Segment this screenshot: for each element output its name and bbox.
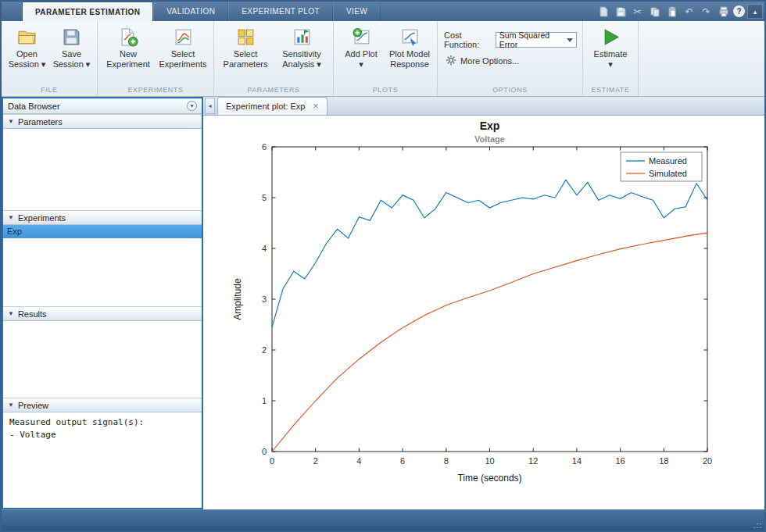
section-header-results[interactable]: ▼ Results [3,306,202,321]
help-icon[interactable]: ? [733,5,745,17]
cost-function-value: Sum Squared Error [499,30,567,49]
collapse-triangle-icon: ▼ [8,214,14,221]
status-bar: .:: [2,509,764,530]
gear-icon [446,55,456,67]
print-icon[interactable] [716,4,731,19]
section-header-experiments[interactable]: ▼ Experiments [3,210,202,225]
toolstrip-tab-bar: PARAMETER ESTIMATION VALIDATION EXPERIME… [2,2,764,21]
copy-icon[interactable] [647,4,662,19]
section-header-preview[interactable]: ▼ Preview [3,398,202,412]
save-icon[interactable] [613,4,628,19]
experiment-plot-chart: 024681012141618200123456ExpVoltageTime (… [203,116,764,509]
data-browser-header: Data Browser ▾ [3,98,202,114]
sensitivity-analysis-label: Sensitivity Analysis ▾ [282,49,321,70]
document-area: ◂ Experiment plot: Exp × 024681012141618… [203,97,764,509]
svg-text:0: 0 [270,456,274,466]
svg-text:18: 18 [659,456,668,466]
svg-text:2: 2 [313,456,318,466]
parameters-list [3,129,202,210]
ribbon-group-experiments-label: EXPERIMENTS [98,84,213,96]
section-label-results: Results [18,309,47,319]
svg-text:10: 10 [485,456,494,466]
select-experiments-label: Select Experiments [159,49,206,70]
new-experiment-button[interactable]: New Experiment [101,23,156,72]
svg-text:3: 3 [262,295,267,304]
experiments-list: Exp [3,225,202,306]
svg-text:4: 4 [262,244,267,253]
ribbon-group-plots-label: PLOTS [334,84,437,96]
section-label-experiments: Experiments [18,213,66,223]
panel-menu-icon[interactable]: ▾ [187,101,197,111]
new-experiment-label: New Experiment [106,49,150,70]
select-parameters-label: Select Parameters [224,49,268,70]
open-session-button[interactable]: Open Session ▾ [5,23,49,72]
more-options-label: More Options... [460,56,519,66]
ribbon-group-file: Open Session ▾ Save Session ▾ FILE [2,21,98,96]
collapse-browser-button[interactable]: ◂ [205,98,215,114]
new-document-icon[interactable] [596,4,610,19]
close-tab-icon[interactable]: × [313,102,319,111]
data-browser-title: Data Browser [8,102,60,111]
save-session-label: Save Session ▾ [53,49,91,70]
new-experiment-icon [119,27,138,47]
more-options-button[interactable]: More Options... [446,55,519,67]
tab-experiment-plot[interactable]: EXPERIMENT PLOT [228,2,333,21]
tab-view[interactable]: VIEW [333,2,381,21]
section-label-parameters: Parameters [18,117,63,127]
collapse-triangle-icon: ▼ [8,118,14,125]
svg-text:Amplitude: Amplitude [232,278,243,320]
svg-text:16: 16 [615,456,625,466]
estimate-play-icon [601,27,621,47]
select-parameters-icon [236,27,256,47]
ribbon-group-estimate-label: ESTIMATE [583,84,638,96]
paste-icon[interactable] [664,4,679,19]
redo-icon[interactable]: ↷ [699,4,714,19]
tab-parameter-estimation[interactable]: PARAMETER ESTIMATION [22,2,153,21]
svg-text:6: 6 [400,456,405,466]
cost-function-label: Cost Function: [444,30,492,49]
svg-text:4: 4 [356,456,361,466]
dropdown-arrow-icon [567,38,573,42]
preview-text: Measured output signal(s): - Voltage [3,412,202,508]
svg-text:Exp: Exp [480,120,500,132]
section-label-preview: Preview [18,401,48,410]
select-parameters-button[interactable]: Select Parameters [217,23,274,72]
save-session-button[interactable]: Save Session ▾ [49,23,94,72]
tab-validation[interactable]: VALIDATION [153,2,228,21]
add-plot-icon [352,27,371,47]
content-area: Data Browser ▾ ▼ Parameters ▼ Experiment… [2,97,764,509]
tabstrip-spacer [381,2,596,21]
ribbon-group-parameters-label: PARAMETERS [214,84,333,96]
add-plot-button[interactable]: Add Plot ▾ [337,23,385,72]
svg-text:Voltage: Voltage [474,134,505,144]
ribbon-group-experiments: New Experiment Select Experiments EXPERI… [98,21,214,96]
sensitivity-analysis-icon [292,27,312,47]
app-window: PARAMETER ESTIMATION VALIDATION EXPERIME… [0,0,766,532]
document-tab[interactable]: Experiment plot: Exp × [217,97,328,115]
cost-function-select[interactable]: Sum Squared Error [496,32,577,48]
collapse-triangle-icon: ▼ [8,310,14,317]
svg-text:14: 14 [572,456,582,466]
section-header-parameters[interactable]: ▼ Parameters [3,114,202,129]
ribbon-group-parameters: Select Parameters Sensitivity Analysis ▾… [214,21,334,96]
ribbon-group-file-label: FILE [2,84,97,96]
sensitivity-analysis-button[interactable]: Sensitivity Analysis ▾ [274,23,330,72]
minimize-toolstrip-icon[interactable]: ▴ [747,4,763,19]
undo-icon[interactable]: ↶ [682,4,696,19]
collapse-triangle-icon: ▼ [8,402,14,409]
estimate-button[interactable]: Estimate ▾ [586,23,635,72]
select-experiments-button[interactable]: Select Experiments [156,23,210,72]
svg-text:6: 6 [262,142,267,152]
ribbon-group-options: Cost Function: Sum Squared Error More Op… [438,21,583,96]
select-experiments-icon [174,27,193,47]
svg-text:Time (seconds): Time (seconds) [457,473,521,484]
svg-text:Measured: Measured [649,156,687,166]
ribbon-group-plots: Add Plot ▾ Plot Model Response PLOTS [334,21,438,96]
resize-grip[interactable]: .:: [753,521,764,530]
cut-icon[interactable]: ✂ [630,4,645,19]
svg-text:Simulated: Simulated [649,169,687,178]
svg-text:20: 20 [703,456,712,466]
plot-model-response-label: Plot Model Response [389,49,430,70]
list-item-experiment[interactable]: Exp [3,225,202,238]
plot-model-response-button[interactable]: Plot Model Response [385,23,434,72]
